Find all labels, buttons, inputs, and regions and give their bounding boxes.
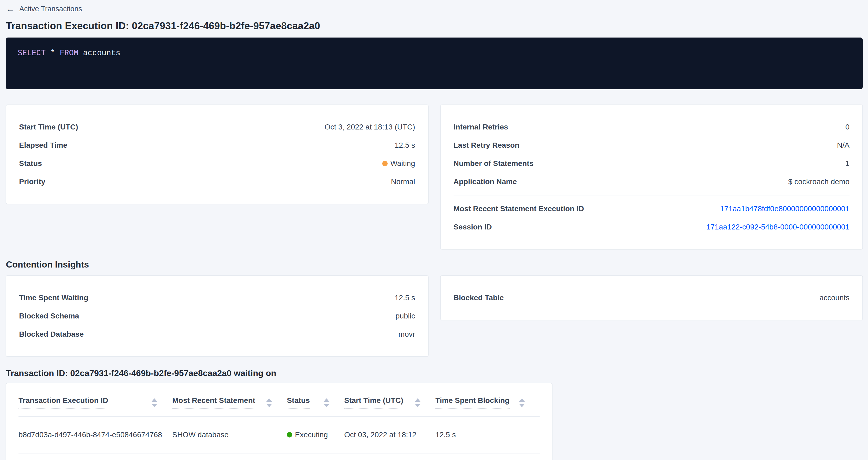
sql-keyword-from: FROM xyxy=(60,49,79,58)
info-row-time-spent-waiting: Time Spent Waiting 12.5 s xyxy=(19,289,415,307)
time-spent-waiting-label: Time Spent Waiting xyxy=(19,294,88,302)
executing-status-dot-icon xyxy=(287,432,292,437)
info-row-status: Status Waiting xyxy=(19,154,415,173)
overview-cards-row: Start Time (UTC) Oct 3, 2022 at 18:13 (U… xyxy=(6,105,863,249)
info-row-blocked-schema: Blocked Schema public xyxy=(19,307,415,325)
sort-down-icon[interactable] xyxy=(151,404,157,407)
elapsed-time-value: 12.5 s xyxy=(395,141,415,150)
card-divider xyxy=(454,195,850,195)
info-row-priority: Priority Normal xyxy=(19,173,415,191)
info-row-start-time: Start Time (UTC) Oct 3, 2022 at 18:13 (U… xyxy=(19,118,415,136)
blocked-database-value: movr xyxy=(398,330,415,339)
last-retry-reason-label: Last Retry Reason xyxy=(454,141,520,150)
sort-down-icon[interactable] xyxy=(323,404,330,407)
contention-left-card: Time Spent Waiting 12.5 s Blocked Schema… xyxy=(6,276,428,357)
column-label: Time Spent Blocking xyxy=(435,396,509,409)
sort-down-icon[interactable] xyxy=(266,404,272,407)
session-id-label: Session ID xyxy=(454,223,492,231)
status-value: Waiting xyxy=(390,159,415,168)
session-id-link[interactable]: 171aa122-c092-54b8-0000-000000000001 xyxy=(706,223,849,231)
info-row-application-name: Application Name $ cockroach demo xyxy=(454,173,850,191)
cell-start-time: Oct 03, 2022 at 18:12 xyxy=(344,416,435,454)
elapsed-time-label: Elapsed Time xyxy=(19,141,67,150)
sql-table-name: accounts xyxy=(83,49,120,58)
blocked-table-value: accounts xyxy=(819,294,849,302)
back-link-label[interactable]: Active Transactions xyxy=(19,5,82,13)
sort-down-icon[interactable] xyxy=(519,404,525,407)
sort-up-icon[interactable] xyxy=(323,398,330,402)
cell-most-recent-statement: SHOW database xyxy=(172,416,287,454)
waiting-transactions-table: Transaction Execution ID Most Recent Sta… xyxy=(19,384,539,454)
sort-arrows-icon[interactable] xyxy=(266,398,272,407)
column-header-status: Status xyxy=(287,384,344,416)
contention-right-card: Blocked Table accounts xyxy=(440,276,863,320)
application-name-value: $ cockroach demo xyxy=(788,178,849,186)
statement-execution-id-label: Most Recent Statement Execution ID xyxy=(454,205,584,213)
internal-retries-label: Internal Retries xyxy=(454,123,508,131)
column-label: Transaction Execution ID xyxy=(19,396,108,409)
sql-star: * xyxy=(51,49,55,58)
column-label: Start Time (UTC) xyxy=(344,396,403,409)
sql-statement-box: SELECT * FROM accounts xyxy=(6,37,863,89)
info-row-session-id: Session ID 171aa122-c092-54b8-0000-00000… xyxy=(454,218,850,236)
back-link[interactable]: ← Active Transactions xyxy=(6,4,863,14)
sql-statement: SELECT * FROM accounts xyxy=(18,49,120,58)
back-arrow-icon[interactable]: ← xyxy=(6,5,14,13)
cell-status: Executing xyxy=(287,416,344,454)
waiting-transactions-table-card: Transaction Execution ID Most Recent Sta… xyxy=(6,383,552,460)
info-row-blocked-table: Blocked Table accounts xyxy=(454,289,850,307)
column-header-start-time: Start Time (UTC) xyxy=(344,384,435,416)
last-retry-reason-value: N/A xyxy=(837,141,849,150)
overview-right-card: Internal Retries 0 Last Retry Reason N/A… xyxy=(440,105,863,249)
column-header-most-recent-statement: Most Recent Statement xyxy=(172,384,287,416)
sort-arrows-icon[interactable] xyxy=(519,398,525,407)
contention-insights-heading: Contention Insights xyxy=(6,259,863,270)
waiting-on-heading: Transaction ID: 02ca7931-f246-469b-b2fe-… xyxy=(6,368,863,378)
blocked-schema-label: Blocked Schema xyxy=(19,312,79,320)
row-status-value: Executing xyxy=(295,431,328,439)
sort-up-icon[interactable] xyxy=(519,398,525,402)
table-row: b8d7d03a-d497-446b-8474-e50846674768 SHO… xyxy=(19,416,539,454)
priority-label: Priority xyxy=(19,178,45,186)
start-time-value: Oct 3, 2022 at 18:13 (UTC) xyxy=(324,123,415,131)
status-badge: Executing xyxy=(287,431,344,439)
sort-status[interactable]: Status xyxy=(287,396,344,409)
info-row-elapsed-time: Elapsed Time 12.5 s xyxy=(19,136,415,154)
internal-retries-value: 0 xyxy=(845,123,849,131)
time-spent-waiting-value: 12.5 s xyxy=(395,294,415,302)
sort-start-time[interactable]: Start Time (UTC) xyxy=(344,396,435,409)
statement-execution-id-link[interactable]: 171aa1b478fdf0e80000000000000001 xyxy=(720,205,849,213)
column-header-transaction-execution-id: Transaction Execution ID xyxy=(19,384,172,416)
info-row-number-of-statements: Number of Statements 1 xyxy=(454,154,850,173)
overview-left-card: Start Time (UTC) Oct 3, 2022 at 18:13 (U… xyxy=(6,105,428,204)
sort-up-icon[interactable] xyxy=(415,398,421,402)
status-badge: Waiting xyxy=(382,159,415,168)
sort-arrows-icon[interactable] xyxy=(415,398,421,407)
page-title: Transaction Execution ID: 02ca7931-f246-… xyxy=(6,20,863,32)
sql-keyword-select: SELECT xyxy=(18,49,45,58)
contention-cards-row: Time Spent Waiting 12.5 s Blocked Schema… xyxy=(6,276,863,357)
info-row-internal-retries: Internal Retries 0 xyxy=(454,118,850,136)
number-of-statements-value: 1 xyxy=(845,159,849,168)
sort-up-icon[interactable] xyxy=(151,398,157,402)
sort-arrows-icon[interactable] xyxy=(151,398,157,407)
column-header-time-spent-blocking: Time Spent Blocking xyxy=(435,384,539,416)
cell-time-spent-blocking: 12.5 s xyxy=(435,416,539,454)
info-row-blocked-database: Blocked Database movr xyxy=(19,325,415,343)
start-time-label: Start Time (UTC) xyxy=(19,123,78,131)
sort-arrows-icon[interactable] xyxy=(323,398,330,407)
info-row-last-retry-reason: Last Retry Reason N/A xyxy=(454,136,850,154)
table-header-row: Transaction Execution ID Most Recent Sta… xyxy=(19,384,539,416)
info-row-statement-execution-id: Most Recent Statement Execution ID 171aa… xyxy=(454,200,850,218)
sort-transaction-execution-id[interactable]: Transaction Execution ID xyxy=(19,396,172,409)
sort-up-icon[interactable] xyxy=(266,398,272,402)
column-label: Most Recent Statement xyxy=(172,396,255,409)
application-name-label: Application Name xyxy=(454,178,517,186)
sort-time-spent-blocking[interactable]: Time Spent Blocking xyxy=(435,396,539,409)
priority-value: Normal xyxy=(391,178,415,186)
blocked-schema-value: public xyxy=(395,312,415,320)
sort-most-recent-statement[interactable]: Most Recent Statement xyxy=(172,396,287,409)
sort-down-icon[interactable] xyxy=(415,404,421,407)
blocked-table-label: Blocked Table xyxy=(454,294,504,302)
blocked-database-label: Blocked Database xyxy=(19,330,84,339)
